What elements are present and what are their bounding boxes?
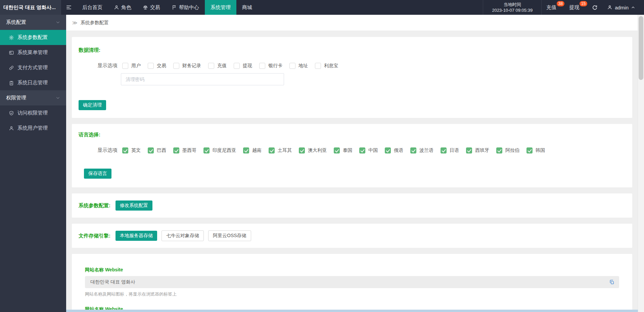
storage-option-button-0[interactable]: 本地服务器存储 — [116, 231, 157, 241]
checkbox-checked-icon[interactable] — [173, 147, 179, 153]
checkbox-option-label: 利息宝 — [324, 63, 338, 69]
checkbox-option[interactable]: 韩国 — [526, 147, 545, 153]
checkbox-checked-icon[interactable] — [243, 147, 249, 153]
sidebar-item-6[interactable]: 访问权限管理 — [0, 105, 66, 121]
checkbox-option[interactable]: 银行卡 — [259, 63, 282, 69]
confirm-clean-button[interactable]: 确定清理 — [79, 100, 106, 110]
checkbox-option[interactable]: 泰国 — [334, 147, 352, 153]
checkbox-checked-icon[interactable] — [385, 147, 391, 153]
checkbox-option[interactable]: 印度尼西亚 — [203, 147, 236, 153]
website-card: 网站名称 Website网站名称及网站图标，将显示在浏览器的标签上网站名称 We… — [72, 254, 632, 312]
copy-icon[interactable] — [609, 279, 614, 285]
main-content: ≫ 系统参数配置 数据清理: 显示选项 用户交易财务记录充值提现银行卡地址利息宝… — [66, 15, 638, 312]
local-time-value: 2023-10-07 09:05:39 — [492, 7, 533, 13]
checkbox-option-label: 韩国 — [536, 147, 545, 153]
checkbox-checked-icon[interactable] — [334, 147, 340, 153]
checkbox-unchecked-icon[interactable] — [173, 63, 179, 69]
sidebar-group-0[interactable]: 系统配置 — [0, 15, 66, 30]
username: admin — [615, 5, 629, 10]
top-menu-item-5[interactable]: 商城 — [236, 0, 258, 15]
website-name-input[interactable] — [90, 279, 609, 285]
checkbox-option[interactable]: 充值 — [208, 63, 227, 69]
horizontal-scrollbar[interactable] — [66, 310, 638, 312]
modify-system-config-button[interactable]: 修改系统配置 — [116, 200, 152, 211]
vertical-scrollbar[interactable] — [638, 15, 644, 312]
recharge-link[interactable]: 充值 38 — [542, 0, 564, 15]
checkbox-option[interactable]: 提现 — [234, 63, 252, 69]
vertical-scrollbar-thumb[interactable] — [639, 16, 643, 80]
storage-option-button-1[interactable]: 七牛云对象存储 — [162, 230, 204, 241]
checkbox-option[interactable]: 越南 — [243, 147, 262, 153]
clean-password-input[interactable] — [121, 73, 284, 85]
checkbox-checked-icon[interactable] — [410, 147, 416, 153]
checkbox-option[interactable]: 澳大利亚 — [299, 147, 327, 153]
breadcrumb-text: 系统参数配置 — [81, 20, 109, 26]
checkbox-option[interactable]: 阿拉伯 — [496, 147, 519, 153]
checkbox-checked-icon[interactable] — [466, 147, 472, 153]
clipboard-icon — [9, 80, 14, 86]
checkbox-option[interactable]: 西班牙 — [466, 147, 489, 153]
data-clean-title: 数据清理: — [79, 47, 626, 53]
checkbox-option[interactable]: 交易 — [148, 63, 166, 69]
checkbox-checked-icon[interactable] — [148, 147, 154, 153]
sidebar: 系统配置系统参数配置系统菜单管理支付方式管理系统日志管理权限管理访问权限管理系统… — [0, 15, 66, 312]
top-menu-item-2[interactable]: 交易 — [137, 0, 166, 15]
checkbox-option[interactable]: 中国 — [359, 147, 378, 153]
menu-panel-icon — [9, 50, 14, 55]
checkbox-checked-icon[interactable] — [496, 147, 502, 153]
checkbox-option[interactable]: 英文 — [122, 147, 141, 153]
sidebar-item-7[interactable]: 系统用户管理 — [0, 121, 66, 136]
withdraw-link[interactable]: 提现 15 — [564, 0, 587, 15]
checkbox-unchecked-icon[interactable] — [289, 63, 295, 69]
checkbox-checked-icon[interactable] — [441, 147, 447, 153]
checkbox-unchecked-icon[interactable] — [259, 63, 265, 69]
sidebar-item-label: 支付方式管理 — [17, 64, 48, 71]
checkbox-unchecked-icon[interactable] — [148, 63, 154, 69]
withdraw-badge: 15 — [580, 1, 587, 6]
checkbox-option[interactable]: 日语 — [441, 147, 459, 153]
top-menu-item-3[interactable]: 帮助中心 — [166, 0, 205, 15]
top-menu-item-0[interactable]: 后台首页 — [77, 0, 108, 15]
checkbox-option-label: 西班牙 — [475, 147, 489, 153]
top-menu-item-1[interactable]: 角色 — [108, 0, 137, 15]
checkbox-option[interactable]: 波兰语 — [410, 147, 433, 153]
hamburger-menu-button[interactable] — [61, 0, 77, 15]
checkbox-unchecked-icon[interactable] — [208, 63, 214, 69]
checkbox-checked-icon[interactable] — [203, 147, 210, 153]
sidebar-group-5[interactable]: 权限管理 — [0, 90, 66, 105]
checkbox-checked-icon[interactable] — [122, 147, 128, 153]
website-field-0: 网站名称 Website网站名称及网站图标，将显示在浏览器的标签上 — [85, 267, 619, 297]
user-menu[interactable]: admin — [602, 0, 644, 15]
refresh-icon — [592, 5, 598, 10]
checkbox-option[interactable]: 财务记录 — [173, 63, 201, 69]
sidebar-item-label: 系统用户管理 — [17, 125, 48, 131]
checkbox-checked-icon[interactable] — [526, 147, 533, 153]
checkbox-unchecked-icon[interactable] — [315, 63, 321, 69]
sidebar-item-3[interactable]: 支付方式管理 — [0, 60, 66, 75]
checkbox-option[interactable]: 墨西哥 — [173, 147, 196, 153]
scales-icon — [143, 5, 148, 10]
checkbox-checked-icon[interactable] — [299, 147, 305, 153]
storage-option-button-2[interactable]: 阿里云OSS存储 — [208, 230, 251, 241]
checkbox-checked-icon[interactable] — [269, 147, 275, 153]
checkbox-option[interactable]: 利息宝 — [315, 63, 338, 69]
checkbox-option[interactable]: 土耳其 — [269, 147, 292, 153]
sidebar-item-label: 访问权限管理 — [17, 110, 48, 116]
sidebar-item-2[interactable]: 系统菜单管理 — [0, 45, 66, 60]
language-options-row: 显示选项 英文巴西墨西哥印度尼西亚越南土耳其澳大利亚泰国中国俄语波兰语日语西班牙… — [97, 147, 626, 153]
storage-engine-card: 文件存储引擎: 本地服务器存储七牛云对象存储阿里云OSS存储 — [72, 224, 632, 248]
checkbox-option[interactable]: 用户 — [122, 63, 141, 69]
checkbox-unchecked-icon[interactable] — [234, 63, 240, 69]
hamburger-icon — [66, 4, 72, 10]
checkbox-option[interactable]: 俄语 — [385, 147, 403, 153]
save-language-button[interactable]: 保存语言 — [84, 169, 111, 179]
sidebar-item-1[interactable]: 系统参数配置 — [0, 30, 66, 45]
top-menu-item-4[interactable]: 系统管理 — [205, 0, 236, 15]
system-param-label: 系统参数配置: — [79, 203, 110, 209]
refresh-button[interactable] — [587, 0, 602, 15]
checkbox-checked-icon[interactable] — [359, 147, 365, 153]
checkbox-option[interactable]: 巴西 — [148, 147, 166, 153]
checkbox-option[interactable]: 地址 — [289, 63, 308, 69]
sidebar-item-4[interactable]: 系统日志管理 — [0, 75, 66, 90]
checkbox-unchecked-icon[interactable] — [122, 63, 128, 69]
